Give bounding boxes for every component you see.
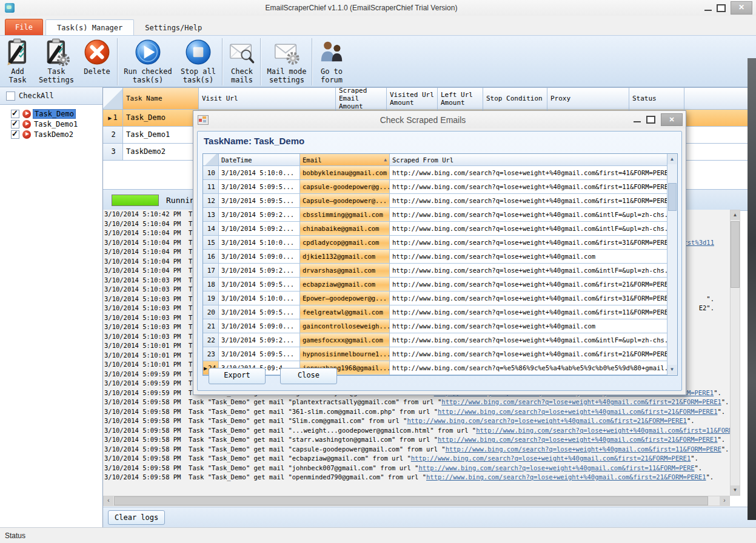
scroll-thumb[interactable] (114, 496, 708, 505)
dialog-maximize-button[interactable] (646, 116, 655, 124)
email-row[interactable]: 13 3/10/2014 5:09:2... cbsslimming@gmail… (203, 208, 677, 222)
log-url-link[interactable]: http://www.bing.com/search?q=lose+weight… (418, 464, 694, 473)
column-visited-url-amount[interactable]: Visited Url Amount (387, 88, 438, 110)
scraped-from-url-cell[interactable]: http://www.bing.com/search?q=lose+weight… (390, 319, 667, 333)
mail-mode-settings-button[interactable]: Mail mode settings (266, 38, 307, 84)
column-datetime[interactable]: DateTime (219, 154, 300, 166)
scroll-down-arrow[interactable]: ▼ (731, 485, 740, 495)
datetime-cell[interactable]: 3/10/2014 5:09:2... (219, 333, 300, 347)
email-row[interactable]: 11 3/10/2014 5:09:5... capsule-goodepowe… (203, 180, 677, 194)
email-row[interactable]: 15 3/10/2014 5:10:0... cpdladycop@gmail.… (203, 236, 677, 250)
email-row[interactable]: 10 3/10/2014 5:10:0... bobbykleinau@gmai… (203, 166, 677, 180)
log-url-link[interactable]: http://www.bing.com/search?q=lose+weight… (476, 426, 730, 436)
scroll-right-arrow[interactable]: › (720, 496, 729, 505)
close-button[interactable]: ✕ (731, 1, 752, 15)
email-cell[interactable]: ecbapziaw@gmail.com (300, 278, 390, 291)
task-checkbox[interactable] (11, 130, 19, 139)
scraped-from-url-cell[interactable]: http://www.bing.com/search?q=lose+weight… (390, 278, 667, 291)
run-checked-tasks-button[interactable]: Run checked task(s) (123, 38, 173, 84)
scraped-from-url-cell[interactable]: http://www.bing.com/search?q=lose+weight… (390, 236, 667, 250)
log-url-link[interactable]: http://www.bing.com/search?q=lose+weight… (426, 473, 706, 482)
email-row[interactable]: 12 3/10/2014 5:09:5... Capsule—goodepowe… (203, 194, 677, 208)
email-cell[interactable]: Epower—goodepower@g... (300, 291, 390, 305)
email-row[interactable]: 23 3/10/2014 5:09:5... hypnosisinmelbour… (203, 347, 677, 361)
column-stop-condition[interactable]: Stop Condition (483, 88, 547, 110)
scroll-up-arrow[interactable]: ▲ (667, 155, 677, 164)
datetime-cell[interactable]: 3/10/2014 5:10:0... (219, 166, 300, 180)
tab-file[interactable]: File (5, 19, 43, 35)
log-url-link[interactable]: http://www.bing.com/search?q=lose+weight… (407, 416, 686, 426)
email-row[interactable]: 18 3/10/2014 5:09:5... ecbapziaw@gmail.c… (203, 278, 677, 291)
scraped-from-url-cell[interactable]: http://www.bing.com/search?q=lose+weight… (390, 250, 667, 264)
email-cell[interactable]: Capsule—goodepower@... (300, 194, 390, 208)
log-url-link[interactable]: http://www.bing.com/search?q=lose+weight… (446, 445, 721, 455)
email-cell[interactable]: cpdladycop@gmail.com (300, 236, 390, 250)
email-cell[interactable]: drvarshas@gmail.com (300, 264, 390, 278)
datetime-cell[interactable]: 3/10/2014 5:09:5... (219, 347, 300, 361)
datetime-cell[interactable]: 3/10/2014 5:09:2... (219, 222, 300, 236)
row-header-cell[interactable]: 15 (203, 236, 219, 250)
email-row[interactable]: 17 3/10/2014 5:09:2... drvarshas@gmail.c… (203, 264, 677, 278)
scraped-from-url-cell[interactable]: http://www.bing.com/search?q=lose+weight… (390, 291, 667, 305)
scroll-up-arrow[interactable]: ▲ (731, 210, 740, 220)
scraped-from-url-cell[interactable]: http://www.bing.com/search?q=lose+weight… (390, 194, 667, 208)
scraped-from-url-cell[interactable]: http://www.bing.com/search?q=lose+weight… (390, 208, 667, 222)
task-name-cell[interactable]: Task_Demo1 (123, 127, 199, 144)
add-task-button[interactable]: Add Task (4, 38, 32, 84)
row-header-cell[interactable]: 14 (203, 222, 219, 236)
row-header-cell[interactable]: 22 (203, 333, 219, 347)
datetime-cell[interactable]: 3/10/2014 5:09:0... (219, 250, 300, 264)
task-tree-label[interactable]: Task_Demo (33, 109, 76, 119)
minimize-button[interactable] (704, 10, 712, 11)
scraped-from-url-cell[interactable]: http://www.bing.com/search?q=lose+weight… (390, 264, 667, 278)
column-status[interactable]: Status (629, 88, 684, 110)
maximize-button[interactable] (717, 4, 726, 12)
task-settings-button[interactable]: Task Settings (38, 38, 75, 84)
email-row[interactable]: 19 3/10/2014 5:10:0... Epower—goodepower… (203, 291, 677, 305)
tab-settings-help[interactable]: Settings/Help (134, 20, 213, 35)
email-cell[interactable]: gaincontrolloseweigh... (300, 319, 390, 333)
scraped-from-url-cell[interactable]: http://www.bing.com/search?q=lose+weight… (390, 333, 667, 347)
column-scraped-from-url[interactable]: Scraped From Url (390, 154, 667, 166)
task-name-cell[interactable]: Task_Demo (123, 110, 199, 127)
task-tree-label[interactable]: Task_Demo1 (33, 120, 79, 128)
scroll-thumb[interactable] (668, 183, 677, 211)
row-header-cell[interactable]: 18 (203, 278, 219, 291)
task-tree-item[interactable]: Task_Demo (6, 108, 102, 119)
email-row[interactable]: 20 3/10/2014 5:09:5... feelgreatwl@gmail… (203, 305, 677, 319)
email-row[interactable]: 14 3/10/2014 5:09:2... chinabaike@gmail.… (203, 222, 677, 236)
dialog-minimize-button[interactable] (634, 121, 641, 122)
row-header-cell[interactable]: 12 (203, 194, 219, 208)
row-header-cell[interactable]: 17 (203, 264, 219, 278)
column-proxy[interactable]: Proxy (547, 88, 629, 110)
column-left-url-amount[interactable]: Left Url Amount (438, 88, 483, 110)
scraped-from-url-cell[interactable]: http://www.bing.com/search?q=lose+weight… (390, 166, 667, 180)
email-cell[interactable]: capsule-goodepower@g... (300, 180, 390, 194)
scraped-from-url-cell[interactable]: http://www.bing.com/search?q=lose+weight… (390, 180, 667, 194)
task-tree-item[interactable]: TaskDemo2 (6, 129, 102, 139)
delete-button[interactable]: Delete (81, 38, 113, 76)
scraped-from-url-cell[interactable]: http://www.bing.com/search?q=lose+weight… (390, 222, 667, 236)
scroll-left-arrow[interactable]: ‹ (104, 496, 113, 505)
datetime-cell[interactable]: 3/10/2014 5:09:2... (219, 264, 300, 278)
email-row[interactable]: 22 3/10/2014 5:09:2... gamesfocxxx@gmail… (203, 333, 677, 347)
datetime-cell[interactable]: 3/10/2014 5:09:5... (219, 194, 300, 208)
scroll-down-arrow[interactable]: ▼ (667, 365, 677, 375)
column-email[interactable]: Email▲ (300, 154, 390, 166)
row-header-cell[interactable]: 20 (203, 305, 219, 319)
email-cell[interactable]: feelgreatwl@gmail.com (300, 305, 390, 319)
task-tree-item[interactable]: Task_Demo1 (6, 119, 102, 129)
grid-corner-cell[interactable] (203, 154, 219, 166)
datetime-cell[interactable]: 3/10/2014 5:09:5... (219, 278, 300, 291)
row-header-cell[interactable]: 21 (203, 319, 219, 333)
row-header-cell[interactable]: 2 (103, 127, 123, 144)
column-task-name[interactable]: Task Name (123, 88, 199, 110)
datetime-cell[interactable]: 3/10/2014 5:09:2... (219, 208, 300, 222)
check-all-checkbox[interactable] (6, 92, 15, 101)
dialog-close-button[interactable]: ✕ (661, 113, 683, 126)
log-url-link[interactable]: http://www.bing.com/search?q=lose+weight… (438, 407, 717, 417)
task-tree-label[interactable]: TaskDemo2 (33, 130, 75, 139)
task-checkbox[interactable] (11, 110, 19, 118)
email-cell[interactable]: bobbykleinau@gmail.com (300, 166, 390, 180)
dialog-titlebar[interactable]: Check Scraped Emails ✕ (193, 111, 686, 128)
